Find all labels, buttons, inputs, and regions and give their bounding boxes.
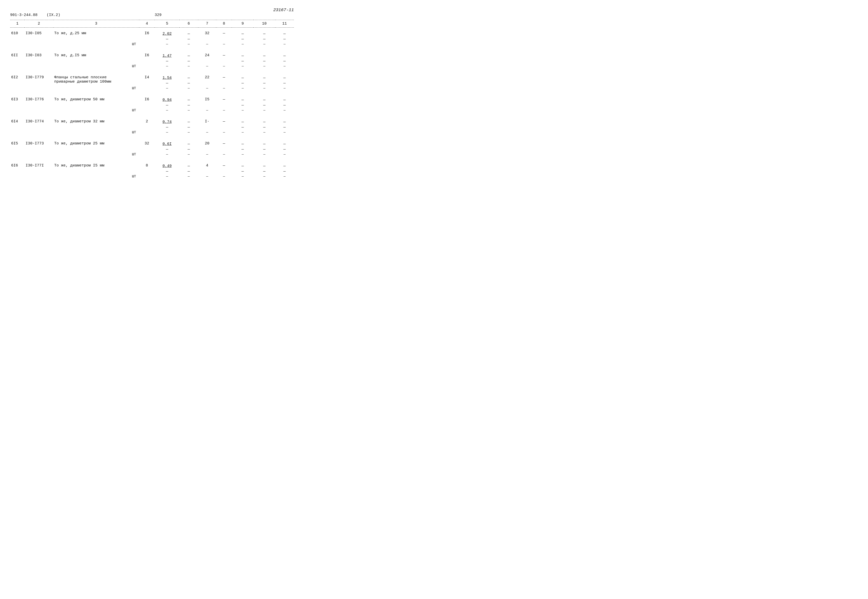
col-header-2: 2 — [24, 20, 53, 28]
table-row-unit: ШТ — — — — — — — — [10, 175, 294, 184]
doc-ref: 901-3-244.88 (IX.2) — [10, 13, 60, 17]
table-row: 6I5 I30-I773 То же, диаметром 25 мм 32 0… — [10, 138, 294, 152]
col-header-8: 8 — [216, 20, 232, 28]
row-col8: — — [216, 28, 232, 42]
row-num: 610 — [10, 28, 24, 42]
page-number: 329 — [155, 13, 207, 17]
col-header-3: 3 — [53, 20, 139, 28]
row-col7: 32 — [198, 28, 216, 42]
row-unit: ШТ — [10, 42, 139, 50]
column-header-row: 1 2 3 4 5 6 7 8 9 10 11 — [10, 20, 294, 28]
col-header-9: 9 — [232, 20, 254, 28]
table-row: 6I3 I30-I776 То же, диаметром 50 мм I6 0… — [10, 94, 294, 108]
row-col10: —— — [254, 28, 275, 42]
document-number: 23167-11 — [273, 8, 294, 12]
top-right-label: 23167-11 — [10, 8, 294, 12]
table-row: 6I4 I30-I774 То же, диаметром 32 мм 2 0,… — [10, 116, 294, 131]
col-header-6: 6 — [179, 20, 198, 28]
table-row-unit: ШТ — — — — — — — — [10, 64, 294, 72]
row-desc: То же, д.25 мм — [53, 28, 139, 42]
col-header-1: 1 — [10, 20, 24, 28]
row-col9: —— — [232, 28, 254, 42]
table-row: 6II I30-I03 То же, д.I5 мм I6 1,47— —— 2… — [10, 50, 294, 64]
table-row-unit: ШТ — — — — — — — — [10, 131, 294, 138]
col-header-5: 5 — [155, 20, 179, 28]
table-row: 6I6 I30-I77I То же, диаметром I5 мм 8 0,… — [10, 160, 294, 175]
col-header-10: 10 — [254, 20, 275, 28]
main-table: 1 2 3 4 5 6 7 8 9 10 11 610 I30-I05 То ж… — [10, 20, 294, 184]
table-row-unit: ШТ — — — — — — — — [10, 108, 294, 116]
row-col4: I6 — [139, 28, 155, 42]
table-row: 610 I30-I05 То же, д.25 мм I6 2,02— —— 3… — [10, 28, 294, 42]
col-header-4: 4 — [139, 20, 155, 28]
header: 901-3-244.88 (IX.2) 329 — [10, 13, 294, 17]
table-row-unit: ШТ — — — — — — — — [10, 42, 294, 50]
table-row-unit: ШТ — — — — — — — — [10, 86, 294, 94]
row-code: I30-I05 — [24, 28, 53, 42]
table-row: 6I2 I30-I779 Фланцы стальные плоские при… — [10, 72, 294, 86]
col-header-7: 7 — [198, 20, 216, 28]
row-col11: —— — [275, 28, 294, 42]
col-header-11: 11 — [275, 20, 294, 28]
table-row-unit: ШТ — — — — — — — — [10, 152, 294, 160]
row-col5: 2,02— — [155, 28, 179, 42]
row-col6: —— — [179, 28, 198, 42]
